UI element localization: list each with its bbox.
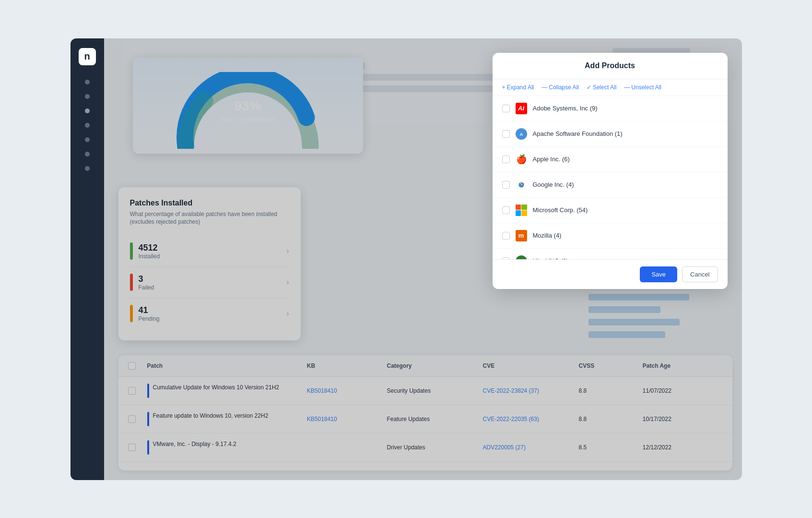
sidebar-nav-6[interactable] (85, 152, 90, 157)
list-item[interactable]: Ai Adobe Systems, Inc (9) (493, 96, 728, 121)
sidebar-nav-7[interactable] (85, 166, 90, 171)
sidebar-logo[interactable]: n (79, 48, 96, 65)
microsoft-icon (516, 205, 527, 216)
main-content: 93% Patch Enablement Patches Installed W… (104, 38, 742, 480)
select-all-icon: ✓ (587, 84, 591, 91)
google-checkbox[interactable] (502, 181, 510, 189)
mozilla-checkbox[interactable] (502, 232, 510, 240)
ultravnc-checkbox[interactable] (502, 257, 510, 259)
microsoft-checkbox[interactable] (502, 206, 510, 214)
svg-point-4 (516, 256, 527, 259)
modal-header: Add Products (493, 53, 728, 79)
svg-text:A: A (519, 132, 523, 137)
unselect-all-icon: — (624, 84, 630, 91)
modal-toolbar: + Expand All — Collapse All ✓ Select All… (493, 79, 728, 96)
expand-all-button[interactable]: + Expand All (502, 84, 534, 91)
unselect-all-button[interactable]: — Unselect All (624, 84, 661, 91)
apache-checkbox[interactable] (502, 130, 510, 138)
apple-label: Apple Inc. (6) (533, 156, 718, 163)
google-label: Google Inc. (4) (533, 181, 718, 188)
ultravnc-label: UltraVNC (2) (533, 257, 718, 259)
sidebar-nav-2[interactable] (85, 94, 90, 99)
collapse-all-button[interactable]: — Collapse All (541, 84, 579, 91)
list-item[interactable]: 🍎 Apple Inc. (6) (493, 147, 728, 172)
mozilla-label: Mozilla (4) (533, 232, 718, 239)
products-list: Ai Adobe Systems, Inc (9) A (493, 96, 728, 259)
collapse-all-icon: — (541, 84, 547, 91)
expand-all-label: Expand All (507, 84, 534, 91)
save-button[interactable]: Save (640, 266, 677, 282)
google-icon: G (516, 179, 527, 191)
modal-footer: Save Cancel (493, 259, 728, 289)
list-item[interactable]: VNC UltraVNC (2) (493, 249, 728, 259)
list-item[interactable]: A Apache Software Foundation (1) (493, 121, 728, 147)
ultravnc-icon: VNC (516, 255, 527, 259)
list-item[interactable]: G Google Inc. (4) (493, 172, 728, 198)
apple-checkbox[interactable] (502, 156, 510, 163)
sidebar-nav-3[interactable] (85, 108, 90, 113)
add-products-modal: Add Products + Expand All — Collapse All… (493, 53, 728, 289)
sidebar-nav-5[interactable] (85, 137, 90, 142)
select-all-label: Select All (593, 84, 616, 91)
modal-title: Add Products (585, 61, 635, 70)
adobe-checkbox[interactable] (502, 105, 510, 112)
list-item[interactable]: m Mozilla (4) (493, 223, 728, 249)
adobe-icon: Ai (516, 103, 527, 114)
sidebar-nav-1[interactable] (85, 80, 90, 84)
mozilla-icon: m (516, 230, 527, 241)
select-all-button[interactable]: ✓ Select All (587, 84, 616, 91)
apache-label: Apache Software Foundation (1) (533, 130, 718, 137)
sidebar: n (71, 38, 104, 480)
sidebar-nav-4[interactable] (85, 123, 90, 128)
microsoft-label: Microsoft Corp. (54) (533, 206, 718, 214)
expand-all-icon: + (502, 84, 506, 91)
collapse-all-label: Collapse All (549, 84, 579, 91)
list-item[interactable]: Microsoft Corp. (54) (493, 198, 728, 223)
unselect-all-label: Unselect All (631, 84, 661, 91)
adobe-label: Adobe Systems, Inc (9) (533, 105, 718, 112)
cancel-button[interactable]: Cancel (682, 266, 718, 282)
apple-icon: 🍎 (516, 154, 527, 165)
apache-icon: A (516, 128, 527, 140)
